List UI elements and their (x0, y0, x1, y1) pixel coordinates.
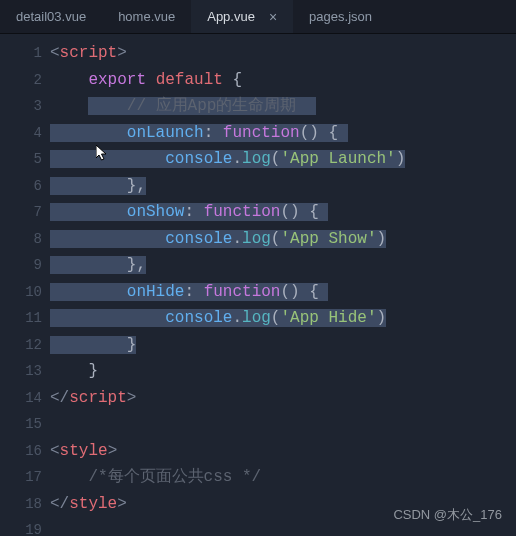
line-number: 14 (0, 385, 50, 412)
line-number: 9 (0, 252, 50, 279)
tab-home[interactable]: home.vue (102, 0, 191, 33)
code-line: onShow: function() { (50, 199, 516, 226)
line-number: 3 (0, 93, 50, 120)
line-number: 13 (0, 358, 50, 385)
line-number: 4 (0, 120, 50, 147)
code-line: /*每个页面公共css */ (50, 464, 516, 491)
line-number: 7 (0, 199, 50, 226)
code-line: }, (50, 252, 516, 279)
code-line: // 应用App的生命周期 (50, 93, 516, 120)
tab-bar: detail03.vue home.vue App.vue × pages.js… (0, 0, 516, 34)
code-line: console.log('App Show') (50, 226, 516, 253)
line-number: 10 (0, 279, 50, 306)
line-number: 1 (0, 40, 50, 67)
watermark: CSDN @木公_176 (393, 506, 502, 524)
code-area[interactable]: <script> export default { // 应用App的生命周期 … (50, 34, 516, 536)
line-number: 2 (0, 67, 50, 94)
tab-label: detail03.vue (16, 9, 86, 24)
line-number: 19 (0, 517, 50, 536)
code-line: export default { (50, 67, 516, 94)
code-line: onLaunch: function() { (50, 120, 516, 147)
line-number: 6 (0, 173, 50, 200)
tab-app[interactable]: App.vue × (191, 0, 293, 33)
tab-label: App.vue (207, 9, 255, 24)
line-number: 12 (0, 332, 50, 359)
line-number: 18 (0, 491, 50, 518)
close-icon[interactable]: × (269, 9, 277, 25)
mouse-cursor-icon (96, 145, 108, 163)
code-line: </script> (50, 385, 516, 412)
code-line: console.log('App Hide') (50, 305, 516, 332)
tab-pages[interactable]: pages.json (293, 0, 388, 33)
tab-label: home.vue (118, 9, 175, 24)
line-number: 16 (0, 438, 50, 465)
code-line: console.log('App Launch') (50, 146, 516, 173)
code-editor[interactable]: 1 2 3 4 5 6 7 8 9 10 11 12 13 14 15 16 1… (0, 34, 516, 536)
line-number: 5 (0, 146, 50, 173)
code-line (50, 411, 516, 438)
code-line: <script> (50, 40, 516, 67)
tab-detail03[interactable]: detail03.vue (0, 0, 102, 33)
line-number: 8 (0, 226, 50, 253)
code-line: } (50, 332, 516, 359)
tab-label: pages.json (309, 9, 372, 24)
line-number: 17 (0, 464, 50, 491)
line-number: 11 (0, 305, 50, 332)
code-line: } (50, 358, 516, 385)
line-number: 15 (0, 411, 50, 438)
code-line: <style> (50, 438, 516, 465)
gutter: 1 2 3 4 5 6 7 8 9 10 11 12 13 14 15 16 1… (0, 34, 50, 536)
code-line: }, (50, 173, 516, 200)
code-line: onHide: function() { (50, 279, 516, 306)
